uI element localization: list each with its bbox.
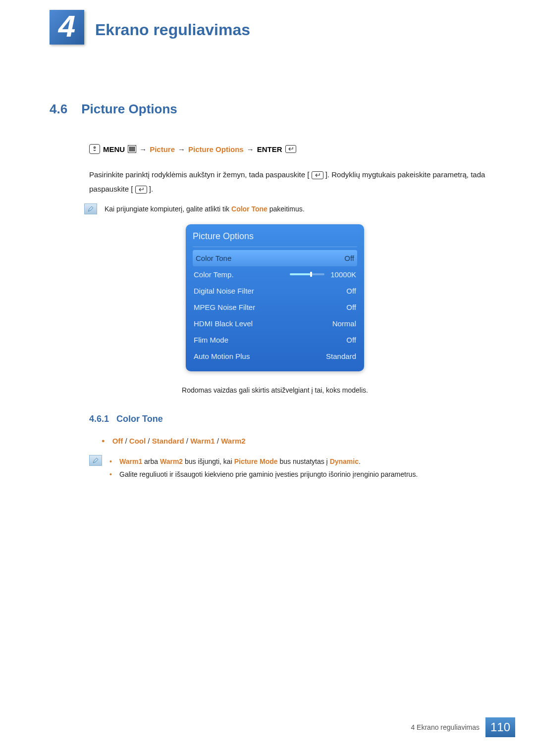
subsection-heading: 4.6.1 Color Tone — [89, 414, 500, 424]
osd-caption: Rodomas vaizdas gali skirtis atsižvelgia… — [50, 386, 500, 394]
osd-row[interactable]: MPEG Noise FilterOff — [193, 299, 357, 315]
enter-button-icon — [285, 145, 296, 153]
color-tone-options: ● Off / Cool / Standard / Warm1 / Warm2 — [102, 437, 500, 445]
menu-label: MENU — [103, 145, 125, 153]
subsection-title: Color Tone — [116, 414, 163, 424]
osd-row-label: HDMI Black Level — [194, 319, 253, 328]
slider-icon — [290, 273, 324, 275]
chapter-number-badge: 4 — [50, 10, 84, 45]
osd-row-value: Off — [346, 287, 356, 295]
osd-row-label: MPEG Noise Filter — [194, 303, 255, 311]
section-number: 4.6 — [50, 101, 67, 117]
page-number: 110 — [485, 717, 515, 737]
option-value: Warm2 — [221, 437, 245, 445]
note-list-item: Warm1 arba Warm2 bus išjungti, kai Pictu… — [109, 455, 500, 468]
content-area: 4.6 Picture Options MENU → Picture → Pic… — [0, 45, 535, 481]
osd-row-value: Normal — [332, 319, 356, 328]
osd-row-value: Off — [344, 254, 354, 262]
note-list: Warm1 arba Warm2 bus išjungti, kai Pictu… — [109, 455, 500, 481]
osd-row-value: Standard — [326, 352, 356, 360]
menu-navigation-path: MENU → Picture → Picture Options → ENTER — [89, 144, 500, 154]
osd-title: Picture Options — [193, 231, 357, 247]
osd-row-value: Off — [346, 336, 356, 344]
osd-row-label: Auto Motion Plus — [194, 352, 250, 360]
option-value: Cool — [129, 437, 146, 445]
option-value: Off — [112, 437, 123, 445]
osd-picture-options-panel: Picture Options Color ToneOffColor Temp.… — [186, 224, 364, 371]
separator: / — [146, 437, 152, 445]
osd-row[interactable]: Digital Noise FilterOff — [193, 283, 357, 299]
osd-row-label: Color Tone — [196, 254, 231, 262]
arrow-icon: → — [139, 145, 147, 153]
osd-row-label: Flim Mode — [194, 336, 228, 344]
chapter-title: Ekrano reguliavimas — [95, 21, 250, 39]
separator: / — [123, 437, 129, 445]
osd-row[interactable]: Color Temp.10000K — [193, 266, 357, 283]
note-pencil-icon — [84, 203, 97, 214]
section-title: Picture Options — [81, 101, 177, 117]
osd-row[interactable]: Flim ModeOff — [193, 332, 357, 348]
footer-chapter-label: 4 Ekrano reguliavimas — [411, 723, 480, 731]
note-pencil-icon — [89, 455, 102, 466]
osd-row-label: Digital Noise Filter — [194, 287, 254, 295]
subsection-number: 4.6.1 — [89, 414, 109, 424]
section-heading: 4.6 Picture Options — [50, 101, 500, 117]
page-footer: 4 Ekrano reguliavimas 110 — [411, 717, 515, 737]
arrow-icon: → — [178, 145, 185, 153]
option-value: Standard — [152, 437, 184, 445]
enter-button-icon — [312, 171, 323, 179]
intro-paragraph: Pasirinkite parinktį rodyklėmis aukštyn … — [89, 168, 500, 196]
enter-label: ENTER — [257, 145, 282, 153]
osd-row-label: Color Temp. — [194, 270, 234, 279]
osd-row[interactable]: Color ToneOff — [193, 250, 357, 266]
note-block: Kai prijungiate kompiuterį, galite atlik… — [84, 203, 500, 215]
osd-row-value: 10000K — [290, 270, 356, 279]
path-picture-options: Picture Options — [188, 145, 244, 153]
osd-row-value: Off — [346, 303, 356, 311]
separator: / — [215, 437, 221, 445]
page-header: 4 Ekrano reguliavimas — [0, 0, 535, 45]
note-list-item: Galite reguliuoti ir išsaugoti kiekvieno… — [109, 468, 500, 481]
osd-row[interactable]: Auto Motion PlusStandard — [193, 348, 357, 364]
arrow-icon: → — [247, 145, 254, 153]
menu-grid-icon — [128, 145, 136, 153]
osd-row[interactable]: HDMI Black LevelNormal — [193, 315, 357, 332]
option-value: Warm1 — [190, 437, 214, 445]
bullet-icon: ● — [102, 438, 105, 444]
path-picture: Picture — [150, 145, 175, 153]
note-text: Kai prijungiate kompiuterį, galite atlik… — [105, 203, 305, 215]
remote-button-icon — [89, 144, 100, 154]
separator: / — [184, 437, 191, 445]
note-block: Warm1 arba Warm2 bus išjungti, kai Pictu… — [89, 455, 500, 481]
enter-button-icon — [135, 186, 147, 194]
